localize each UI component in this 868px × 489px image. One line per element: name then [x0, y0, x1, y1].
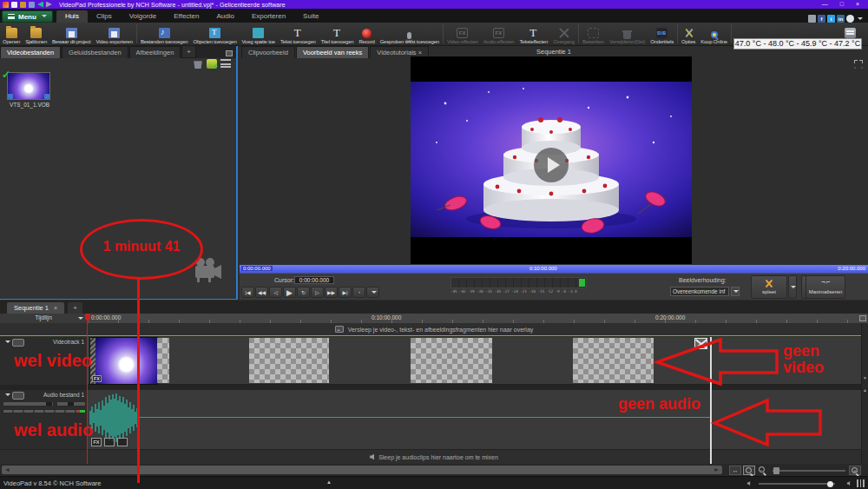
web-icon[interactable] [846, 15, 854, 23]
record-button[interactable]: Record [356, 23, 377, 45]
scroll-left-icon[interactable]: ◄ [4, 466, 10, 473]
timeline-mode-select[interactable]: Tijdlijn [0, 314, 88, 323]
previous-clip-button[interactable]: ◀◀ [255, 287, 268, 298]
delete-file-icon[interactable] [193, 59, 203, 69]
next-clip-button[interactable]: ▶▶ [325, 287, 338, 298]
maximize-button[interactable]: □ [840, 0, 844, 9]
list-view-icon[interactable] [220, 59, 231, 68]
audio-fx-badge[interactable]: FX [91, 438, 102, 446]
playhead-line[interactable] [87, 322, 88, 464]
add-files-folder-icon[interactable] [207, 59, 217, 69]
sjablonen-button[interactable]: Sjablonen [23, 23, 49, 45]
audio-track-header[interactable]: Audio bestand 1 [0, 390, 88, 449]
transparent-video-segment[interactable] [249, 338, 329, 383]
close-button[interactable]: × [856, 0, 859, 9]
preview-scrub-bar[interactable]: 0:00:00.000 0:10:00.000 0:20:00.000 [240, 265, 868, 273]
bewaar-project-button[interactable]: Bewaar dit project [49, 23, 93, 45]
save-project-icon[interactable] [29, 2, 35, 8]
loop-button[interactable]: ↻ [297, 287, 310, 298]
popout-panel-icon[interactable] [226, 50, 233, 56]
tab-geluidsbestanden[interactable]: Geluidsbestanden [62, 46, 128, 58]
menu-tab-suite[interactable]: Suite [294, 10, 327, 23]
jump-to-start-button[interactable]: |◀ [241, 287, 254, 298]
zoom-slider-knob[interactable] [773, 467, 779, 474]
ondertitels-button[interactable]: Ondertitels [648, 23, 676, 45]
audio-track-content[interactable]: FX [88, 390, 868, 449]
open-project-icon[interactable] [20, 2, 26, 8]
menu-tab-clips[interactable]: Clips [88, 10, 121, 23]
minimize-button[interactable]: — [822, 0, 828, 9]
expand-panel-icon[interactable]: ▲ [326, 479, 332, 485]
playback-timer-button[interactable]: ◔ [352, 287, 365, 298]
video-track-content[interactable]: FX [88, 337, 868, 385]
clip-fx-badge[interactable]: FX [92, 375, 102, 382]
sequence-tab[interactable]: Sequentie 1 × [7, 302, 64, 314]
menu-tab-exporteren[interactable]: Exporteren [243, 10, 294, 23]
new-project-icon[interactable] [11, 2, 17, 8]
transparent-video-segment[interactable] [411, 338, 492, 383]
fullscreen-icon[interactable] [854, 60, 863, 69]
openen-button[interactable]: Openen [0, 23, 23, 45]
speaker-icon[interactable] [12, 392, 24, 400]
aspect-ratio-caret[interactable] [731, 287, 740, 296]
transparent-video-segment[interactable] [157, 338, 169, 383]
audio-mute-badge[interactable] [104, 438, 115, 446]
transparent-video-segment[interactable] [573, 338, 654, 383]
menu-tab-effecten[interactable]: Effecten [165, 10, 207, 23]
audio-mix-drop-zone[interactable]: Sleep je audioclips hier naartoe om te m… [0, 449, 868, 464]
zoom-out-button[interactable]: - [757, 466, 769, 475]
gesproken-tekst-button[interactable]: Gesproken tekst toevoegen [378, 23, 442, 45]
zoom-in-button[interactable]: + [849, 466, 861, 475]
audio-cd-badge[interactable] [117, 438, 128, 446]
speaker-icon[interactable] [847, 481, 851, 486]
facebook-icon[interactable]: f [818, 15, 825, 23]
maximize-preview-button[interactable]: Maximaliseren [806, 275, 845, 299]
menu-button[interactable]: Menu [2, 10, 53, 23]
jump-to-end-button[interactable]: ▶| [339, 287, 352, 298]
play-button-overlay[interactable] [534, 148, 569, 182]
like-icon[interactable] [808, 15, 816, 23]
step-back-button[interactable]: ◁ [269, 287, 282, 298]
step-forward-button[interactable]: ▷ [311, 287, 324, 298]
tab-videobestanden[interactable]: Videobestanden [0, 46, 61, 58]
add-tab-button[interactable]: + [181, 45, 196, 58]
linkedin-icon[interactable]: in [837, 15, 845, 23]
collapse-track-icon[interactable] [5, 340, 10, 346]
video-track-header[interactable]: Videotrack 1 [0, 337, 88, 385]
play-button[interactable]: ▶ [283, 287, 296, 298]
scroll-right-icon[interactable]: ► [713, 466, 720, 473]
fit-timeline-button[interactable]: ↔ [729, 466, 741, 475]
titel-toevoegen-button[interactable]: Titel toevoegen [319, 23, 357, 45]
split-button[interactable]: spleet [751, 275, 787, 299]
system-volume-slider[interactable] [759, 483, 835, 485]
split-options-button[interactable] [788, 275, 797, 299]
tekst-toevoegen-button[interactable]: Tekst toevoegen [278, 23, 319, 45]
video-exporteren-button[interactable]: Video exporteren [93, 23, 135, 45]
collapse-track-icon[interactable] [5, 393, 10, 399]
volume-slider-knob[interactable] [46, 402, 52, 406]
popout-timeline-icon[interactable] [859, 315, 866, 321]
tab-afbeeldingen[interactable]: Afbeeldingen [129, 46, 181, 58]
menu-tab-huis[interactable]: Huis [56, 10, 88, 23]
twitter-icon[interactable]: t [827, 15, 835, 23]
timeline-vertical-scrollbar[interactable]: ▼ ▲ [861, 323, 868, 464]
zoom-selection-button[interactable] [743, 466, 755, 475]
volume-knob[interactable] [827, 481, 833, 487]
pan-slider-knob[interactable] [68, 402, 74, 406]
mute-speaker-icon[interactable] [747, 481, 751, 486]
scroll-up-icon[interactable]: ▲ [863, 387, 867, 393]
video-clip[interactable]: FX [89, 337, 158, 385]
objecten-toevoegen-button[interactable]: Objecten toevoegen [190, 23, 239, 45]
voeg-spatie-toe-button[interactable]: Voeg spatie toe [240, 23, 278, 45]
transport-more-button[interactable] [366, 287, 379, 298]
cursor-time-field[interactable]: 0:00:00.000 [294, 276, 334, 284]
chevron-down-icon[interactable] [858, 17, 863, 23]
redo-icon[interactable] [46, 2, 52, 8]
timeline-ruler[interactable]: Tijdlijn 0:00:00.000 0:10:00.000 0:20:00… [0, 314, 868, 323]
horizontal-scrollbar[interactable]: ◄ ► [2, 466, 722, 474]
scroll-down-icon[interactable]: ▼ [863, 375, 867, 380]
teksteffecten-button[interactable]: Teksteffecten [517, 23, 551, 45]
monitor-icon[interactable] [12, 339, 24, 347]
mixer-icon[interactable] [857, 479, 865, 487]
bestanden-toevoegen-button[interactable]: Bestanden toevoegen [138, 23, 191, 45]
